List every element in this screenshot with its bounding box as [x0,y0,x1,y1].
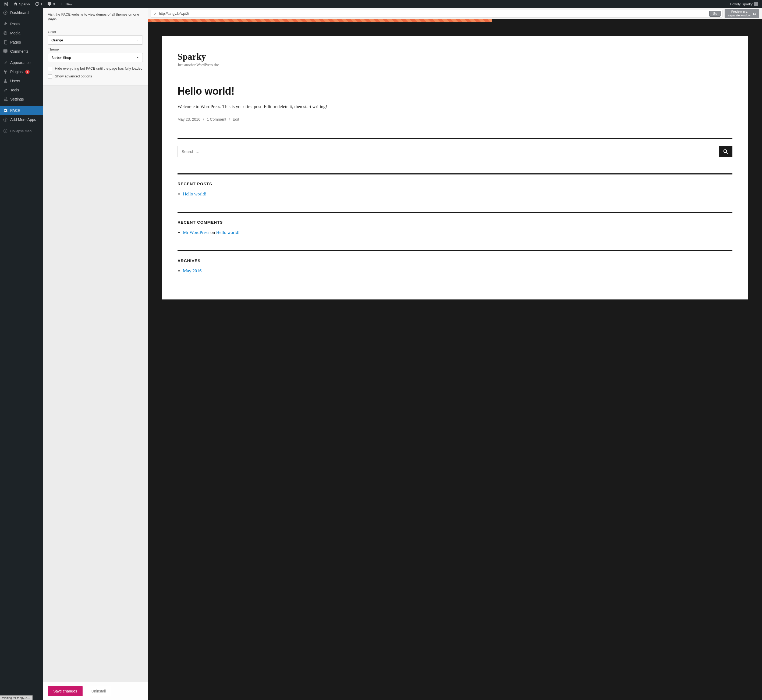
collapse-menu[interactable]: Collapse menu [0,127,43,136]
divider [177,173,732,175]
menu-tools[interactable]: Tools [0,86,43,95]
recent-comments-list: Mr WordPress on Hello world! [177,230,732,235]
search-icon [723,148,729,155]
theme-select[interactable]: Barber Shop [48,53,143,62]
menu-posts[interactable]: Posts [0,19,43,28]
collapse-icon [3,128,8,133]
post-date-link[interactable]: May 23, 2016 [177,117,200,122]
plugins-badge: 1 [25,70,30,74]
menu-label: Plugins [10,70,23,74]
check-icon [153,12,157,16]
menu-pages[interactable]: Pages [0,38,43,47]
svg-point-6 [5,79,6,81]
new-label: New [65,2,72,6]
theme-label: Theme [48,47,143,52]
archives-title: ARCHIVES [177,258,732,263]
refresh-icon [35,2,39,6]
browser-status-bar: Waiting for tangy.io… [0,695,33,700]
color-label: Color [48,30,143,34]
hide-checkbox-row[interactable]: Hide everything but PACE until the page … [48,65,143,73]
menu-comments[interactable]: Comments [0,47,43,56]
post-comments-link[interactable]: 1 Comment [207,117,226,122]
post-edit-link[interactable]: Edit [233,117,239,122]
archive-link[interactable]: May 2016 [183,268,202,273]
search-widget [177,146,732,157]
preview-separate-window-button[interactable]: Preview in a separate window [724,9,759,18]
comment-author-link[interactable]: Mr WordPress [183,230,209,235]
menu-label: Posts [10,22,20,26]
comments-count: 0 [53,2,55,6]
menu-label: Tools [10,88,19,92]
checkbox[interactable] [48,67,52,71]
svg-point-7 [6,98,7,98]
wp-logo[interactable] [2,0,11,8]
checkbox[interactable] [48,75,52,79]
comments-link[interactable]: 0 [45,0,57,8]
svg-point-8 [5,99,5,100]
go-button[interactable]: Go [709,11,721,17]
advanced-label: Show advanced options [55,74,92,78]
url-bar: Go [151,10,723,17]
post-title[interactable]: Hello world! [177,86,732,97]
site-name-link[interactable]: Sparky [11,0,32,8]
site-tagline: Just another WordPress site [177,63,732,67]
list-item: May 2016 [183,268,732,273]
menu-label: Add More Apps [10,117,36,122]
preview-area: Go Preview in a separate window Sparky J… [148,8,762,700]
recent-post-link[interactable]: Hello world! [183,191,206,197]
menu-label: Pages [10,40,21,44]
menu-appearance[interactable]: Appearance [0,58,43,67]
menu-plugins[interactable]: Plugins 1 [0,67,43,77]
updates-link[interactable]: 1 [33,0,44,8]
advanced-checkbox-row[interactable]: Show advanced options [48,73,143,80]
menu-label: Dashboard [10,11,29,15]
divider [177,250,732,252]
search-button[interactable] [719,146,732,157]
pages-icon [3,40,8,45]
updates-count: 1 [40,2,42,6]
list-item: Mr WordPress on Hello world! [183,230,732,235]
site-title[interactable]: Sparky [177,52,732,62]
new-link[interactable]: New [58,0,75,8]
site-preview-frame[interactable]: Sparky Just another WordPress site Hello… [148,22,762,700]
list-item: Hello world! [183,191,732,197]
menu-label: Appearance [10,61,31,65]
svg-rect-5 [5,41,7,44]
circle-e-icon [3,117,8,122]
sliders-icon [3,97,8,102]
intro-text: Visit the PACE website to view demos of … [43,8,148,25]
theme-value: Barber Shop [52,56,71,60]
menu-dashboard[interactable]: Dashboard [0,8,43,17]
menu-media[interactable]: Media [0,28,43,38]
url-input[interactable] [159,12,707,16]
howdy-link[interactable]: Howdy, sparky [728,0,760,8]
chevron-down-icon [136,38,139,42]
menu-users[interactable]: Users [0,77,43,86]
menu-add-apps[interactable]: Add More Apps [0,115,43,124]
save-button[interactable]: Save changes [48,686,83,696]
preview-toolbar: Go Preview in a separate window [148,8,762,19]
chevron-down-icon [136,56,139,59]
search-input[interactable] [177,146,719,157]
plus-icon [60,2,64,6]
wrench-icon [3,88,8,92]
comment-icon [3,49,8,54]
pin-icon [3,22,8,27]
recent-posts-title: RECENT POSTS [177,181,732,186]
admin-bar: Sparky 1 0 New Howdy, sparky [0,0,762,8]
color-select[interactable]: Orange [48,36,143,45]
divider [177,138,732,139]
svg-point-12 [724,150,727,152]
color-value: Orange [52,38,63,42]
comment-post-link[interactable]: Hello world! [216,230,239,235]
home-icon [13,2,18,6]
hide-label: Hide everything but PACE until the page … [55,66,142,70]
menu-settings[interactable]: Settings [0,95,43,104]
uninstall-button[interactable]: Uninstall [86,686,112,696]
menu-pace[interactable]: PACE [0,106,43,115]
menu-label: Collapse menu [10,129,34,133]
pace-website-link[interactable]: PACE website [61,12,83,16]
howdy-text: Howdy, sparky [730,2,753,6]
svg-point-11 [3,129,7,133]
admin-sidebar: Dashboard Posts Media Pages Comments App… [0,8,43,700]
